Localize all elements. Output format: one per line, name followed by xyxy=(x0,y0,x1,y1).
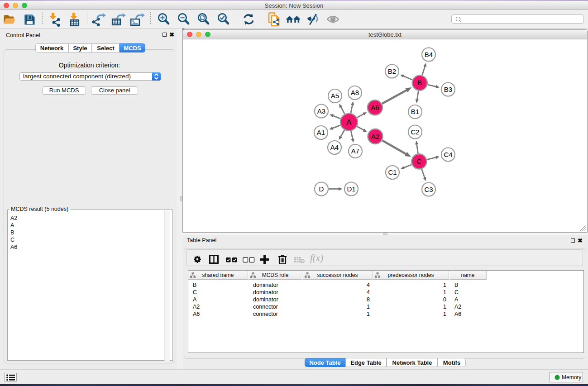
svg-text:A3: A3 xyxy=(317,107,325,115)
svg-text:B3: B3 xyxy=(444,86,452,93)
svg-text:B4: B4 xyxy=(425,51,433,58)
svg-text:C3: C3 xyxy=(424,186,433,193)
svg-text:A2: A2 xyxy=(371,133,379,140)
svg-text:A4: A4 xyxy=(330,143,339,151)
svg-text:D1: D1 xyxy=(347,185,355,193)
svg-text:B: B xyxy=(417,79,422,86)
svg-text:C1: C1 xyxy=(388,168,397,176)
svg-text:A: A xyxy=(346,118,352,127)
svg-text:A8: A8 xyxy=(351,89,359,96)
svg-text:A1: A1 xyxy=(317,129,325,136)
svg-text:B1: B1 xyxy=(411,108,419,115)
svg-text:C2: C2 xyxy=(411,128,419,136)
svg-text:B2: B2 xyxy=(388,67,396,75)
svg-text:D: D xyxy=(319,185,324,193)
svg-text:A6: A6 xyxy=(371,104,379,111)
svg-text:A7: A7 xyxy=(351,147,359,155)
svg-text:C4: C4 xyxy=(444,151,452,158)
svg-text:C: C xyxy=(416,157,421,165)
svg-text:A5: A5 xyxy=(331,92,339,100)
